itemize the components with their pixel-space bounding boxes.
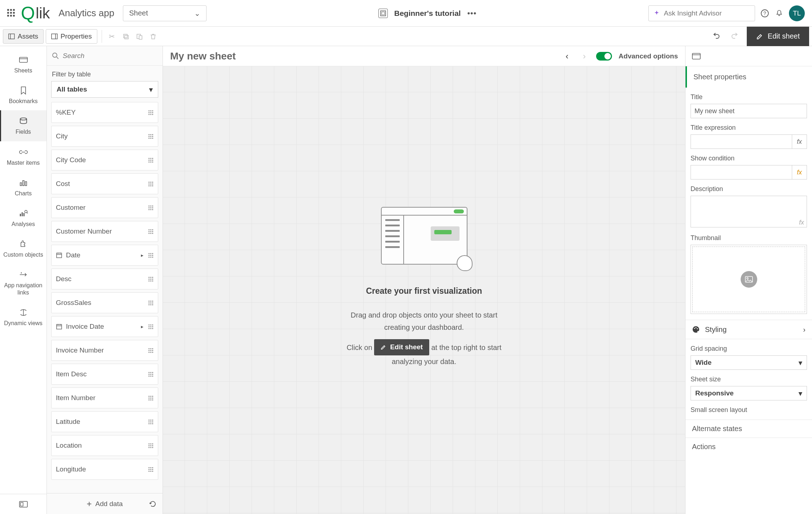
delete-icon[interactable] bbox=[147, 31, 159, 42]
insight-input[interactable] bbox=[664, 9, 750, 17]
field-name: GrossSales bbox=[56, 299, 91, 307]
field-item[interactable]: Item Number bbox=[51, 387, 158, 408]
fx-icon[interactable]: fx bbox=[799, 219, 804, 226]
drag-handle-icon[interactable] bbox=[148, 301, 154, 305]
field-item[interactable]: GrossSales bbox=[51, 292, 158, 313]
svg-rect-15 bbox=[20, 183, 22, 186]
sheet-size-value: Responsive bbox=[695, 389, 734, 397]
refresh-icon[interactable] bbox=[149, 500, 157, 508]
rail-master-items[interactable]: Master items bbox=[0, 141, 46, 172]
prev-sheet-button[interactable]: ‹ bbox=[562, 51, 572, 62]
next-sheet-button[interactable]: › bbox=[579, 51, 590, 62]
bell-icon[interactable] bbox=[775, 9, 784, 18]
field-item[interactable]: Desc bbox=[51, 269, 158, 289]
user-avatar[interactable]: TL bbox=[789, 5, 805, 21]
drag-handle-icon[interactable] bbox=[148, 324, 154, 329]
assets-label: Assets bbox=[18, 32, 38, 40]
sheet-size-select[interactable]: Responsive ▾ bbox=[691, 386, 807, 400]
alternate-states-section[interactable]: Alternate states bbox=[685, 420, 812, 438]
field-item[interactable]: City Code bbox=[51, 150, 158, 170]
advanced-options-toggle[interactable] bbox=[596, 52, 612, 61]
edit-sheet-label: Edit sheet bbox=[768, 32, 800, 40]
field-item[interactable]: Cost bbox=[51, 173, 158, 194]
sheet-dropdown[interactable]: Sheet ⌄ bbox=[123, 5, 207, 21]
styling-row[interactable]: Styling › bbox=[685, 320, 812, 339]
drag-handle-icon[interactable] bbox=[148, 158, 154, 163]
actions-section[interactable]: Actions bbox=[685, 438, 812, 456]
sheet-title: My new sheet bbox=[170, 50, 236, 62]
expand-icon[interactable]: ▸ bbox=[141, 252, 143, 258]
drag-handle-icon[interactable] bbox=[148, 182, 154, 186]
fx-button-accent[interactable]: fx bbox=[792, 165, 807, 180]
field-item[interactable]: Latitude bbox=[51, 411, 158, 432]
sheet-size-label: Sheet size bbox=[691, 376, 807, 383]
table-filter-dropdown[interactable]: All tables ▾ bbox=[51, 81, 158, 98]
undo-icon[interactable] bbox=[711, 31, 722, 42]
rail-dynamic-views[interactable]: Dynamic views bbox=[0, 302, 46, 332]
grid-spacing-select[interactable]: Wide ▾ bbox=[691, 355, 807, 370]
assets-toggle[interactable]: Assets bbox=[3, 29, 44, 44]
qlik-logo[interactable]: Qlik bbox=[21, 5, 50, 22]
canvas-grid[interactable]: Create your first visualization Drag and… bbox=[163, 66, 685, 514]
field-item[interactable]: Date▸ bbox=[51, 245, 158, 266]
field-item[interactable]: Invoice Number bbox=[51, 340, 158, 361]
table-filter-value: All tables bbox=[57, 85, 87, 93]
field-item[interactable]: Customer bbox=[51, 197, 158, 218]
field-search-input[interactable] bbox=[63, 52, 157, 60]
drag-handle-icon[interactable] bbox=[148, 396, 154, 400]
rail-custom-objects[interactable]: Custom objects bbox=[0, 233, 46, 264]
rail-app-nav-links[interactable]: App navigation links bbox=[0, 264, 46, 301]
title-input[interactable] bbox=[691, 104, 807, 118]
rail-bookmarks[interactable]: Bookmarks bbox=[0, 80, 46, 110]
drag-handle-icon[interactable] bbox=[148, 110, 154, 115]
svg-rect-19 bbox=[22, 212, 23, 216]
calendar-icon bbox=[56, 323, 62, 330]
cut-icon[interactable]: ✂ bbox=[106, 31, 118, 42]
rail-charts[interactable]: Charts bbox=[0, 172, 46, 203]
drag-handle-icon[interactable] bbox=[148, 467, 154, 472]
field-name: Item Desc bbox=[56, 370, 87, 378]
edit-sheet-button[interactable]: Edit sheet bbox=[747, 27, 809, 46]
field-item[interactable]: Location bbox=[51, 435, 158, 456]
rail-analyses[interactable]: Analyses bbox=[0, 203, 46, 233]
tutorial-icon[interactable] bbox=[378, 9, 388, 18]
add-data-button[interactable]: + Add data bbox=[47, 493, 163, 514]
field-item[interactable]: Item Desc bbox=[51, 364, 158, 385]
drag-handle-icon[interactable] bbox=[148, 348, 154, 353]
rail-footer-icon[interactable] bbox=[0, 494, 46, 514]
fx-button[interactable]: fx bbox=[792, 134, 807, 149]
sparkle-icon bbox=[653, 10, 660, 17]
redo-icon[interactable] bbox=[729, 31, 740, 42]
title-expression-input[interactable] bbox=[691, 134, 792, 149]
help-icon[interactable]: ? bbox=[760, 9, 769, 18]
drag-handle-icon[interactable] bbox=[148, 420, 154, 424]
rail-sheets[interactable]: Sheets bbox=[0, 49, 46, 80]
description-textarea[interactable] bbox=[691, 196, 807, 227]
app-launcher-icon[interactable] bbox=[7, 9, 16, 18]
rail-label: Analyses bbox=[12, 221, 35, 227]
insight-advisor-search[interactable] bbox=[648, 5, 755, 21]
drag-handle-icon[interactable] bbox=[148, 253, 154, 258]
expand-icon[interactable]: ▸ bbox=[141, 324, 143, 329]
drag-handle-icon[interactable] bbox=[148, 134, 154, 139]
rail-fields[interactable]: Fields bbox=[0, 110, 46, 141]
properties-toggle[interactable]: Properties bbox=[46, 29, 97, 44]
copy-icon[interactable] bbox=[120, 31, 132, 42]
rail-label: Charts bbox=[15, 190, 32, 197]
sheet-icon[interactable] bbox=[692, 53, 701, 59]
field-item[interactable]: Invoice Date▸ bbox=[51, 316, 158, 337]
paste-icon[interactable] bbox=[134, 31, 145, 42]
field-search[interactable] bbox=[47, 46, 163, 66]
field-item[interactable]: Longitude bbox=[51, 459, 158, 480]
field-item[interactable]: Customer Number bbox=[51, 221, 158, 242]
field-item[interactable]: City bbox=[51, 126, 158, 147]
drag-handle-icon[interactable] bbox=[148, 443, 154, 448]
drag-handle-icon[interactable] bbox=[148, 205, 154, 210]
field-item[interactable]: %KEY bbox=[51, 102, 158, 123]
thumbnail-picker[interactable] bbox=[691, 245, 807, 314]
drag-handle-icon[interactable] bbox=[148, 229, 154, 234]
drag-handle-icon[interactable] bbox=[148, 372, 154, 377]
drag-handle-icon[interactable] bbox=[148, 277, 154, 282]
more-options-icon[interactable]: ••• bbox=[467, 9, 476, 18]
show-condition-input[interactable] bbox=[691, 165, 792, 180]
